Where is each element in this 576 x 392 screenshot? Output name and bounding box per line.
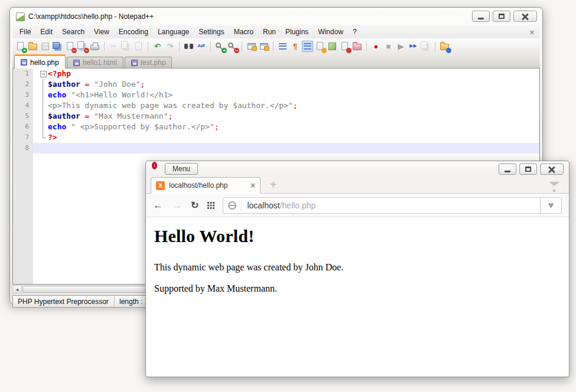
opera-menu-button[interactable]: Menu <box>165 163 198 175</box>
code-token: echo <box>48 90 66 99</box>
maximize-icon <box>525 166 531 172</box>
desktop: C:\xampp\htdocs\hello.php - Notepad++ Fi… <box>0 0 576 392</box>
code-line-7: 7?> <box>13 132 539 143</box>
playback-macro-icon[interactable]: ▶ <box>395 41 406 52</box>
scroll-left-arrow[interactable]: ◄ <box>12 285 22 293</box>
paste-icon[interactable] <box>133 41 144 52</box>
minimize-icon <box>478 18 484 19</box>
new-file-icon[interactable]: + <box>15 41 26 52</box>
word-wrap-icon[interactable] <box>277 41 288 52</box>
opera-logo-icon[interactable] <box>152 162 157 169</box>
new-tab-button[interactable]: + <box>270 178 276 191</box>
run-macro-multiple-times-icon[interactable]: ▶▶ <box>408 41 419 52</box>
document-map-icon[interactable] <box>327 41 338 52</box>
tab-menu-icon[interactable] <box>549 182 559 186</box>
menu-search[interactable]: Search <box>57 26 89 38</box>
back-button[interactable]: ← <box>153 200 163 211</box>
fold-marker <box>38 143 48 153</box>
toolbar-separator <box>148 41 148 51</box>
code-token: $author <box>48 80 80 89</box>
code-token: ; <box>214 122 219 131</box>
menu-encoding[interactable]: Encoding <box>114 26 153 38</box>
code-token: ?> <box>48 133 57 142</box>
function-completion-icon[interactable] <box>314 41 326 52</box>
editor-tab-hello.php[interactable]: hello.php <box>14 54 66 68</box>
folder-as-workspace-icon[interactable] <box>352 41 363 52</box>
menu-view[interactable]: View <box>89 26 114 38</box>
redo-icon[interactable]: ↷ <box>164 41 175 52</box>
notepad-menubar: FileEditSearchViewEncodingLanguageSettin… <box>12 25 540 38</box>
code-line-2: 2$author = "John Doe"; <box>13 79 539 90</box>
code-token: <?php <box>48 69 71 78</box>
zoom-in-icon[interactable]: + <box>214 41 226 52</box>
code-token: = <box>80 80 94 89</box>
line-number: 3 <box>13 90 33 100</box>
toolbar-separator <box>435 41 435 51</box>
forward-button[interactable]: → <box>172 200 182 211</box>
menu-help[interactable]: ? <box>348 26 362 38</box>
editor-tab-hello1.html[interactable]: hello1.html <box>67 57 123 68</box>
browser-page-content: Hello World! This dynamic web page was c… <box>146 217 569 376</box>
editor-tab-test.php[interactable]: test.php <box>125 57 173 68</box>
menu-plugins[interactable]: Plugins <box>281 26 313 38</box>
saved-state-icon <box>21 59 27 66</box>
menu-file[interactable]: File <box>15 26 35 38</box>
status-language: PHP Hypertext Preprocessor <box>13 296 115 307</box>
save-all-icon[interactable] <box>52 41 63 52</box>
sync-vertical-scrolling-icon[interactable] <box>246 41 257 52</box>
maximize-button[interactable] <box>493 11 510 22</box>
minimize-button[interactable] <box>499 164 516 175</box>
bookmark-heart-icon[interactable]: ♥ <box>540 198 561 213</box>
toolbar-separator <box>273 41 274 51</box>
undo-icon[interactable]: ↶ <box>152 41 163 52</box>
menu-run[interactable]: Run <box>258 26 281 38</box>
edit-popup-icon[interactable] <box>339 41 350 52</box>
fold-toggle-icon[interactable] <box>38 68 48 79</box>
minimize-button[interactable] <box>472 11 490 22</box>
notepad-app-icon <box>16 12 25 21</box>
line-number: 2 <box>13 79 33 90</box>
menu-macro[interactable]: Macro <box>229 26 258 38</box>
show-all-characters-icon[interactable]: ¶ <box>289 41 301 52</box>
replace-icon[interactable]: A⇄ <box>196 41 207 52</box>
tab-label: hello1.html <box>83 58 117 67</box>
cut-icon[interactable]: ✂ <box>108 41 119 52</box>
menu-language[interactable]: Language <box>153 26 194 38</box>
stop-recording-icon[interactable]: ■ <box>383 41 394 52</box>
opera-menu-label: Menu <box>173 165 190 173</box>
print-icon[interactable] <box>89 41 100 52</box>
save-recorded-macro-icon[interactable] <box>420 41 431 52</box>
copy-icon[interactable] <box>121 41 132 52</box>
speed-dial-icon[interactable] <box>207 202 214 209</box>
xampp-favicon: X <box>156 181 165 190</box>
reload-button[interactable]: ↻ <box>191 200 198 211</box>
close-button[interactable] <box>513 11 537 22</box>
zoom-out-icon[interactable]: − <box>227 41 238 52</box>
open-file-icon[interactable] <box>27 41 38 52</box>
find-icon[interactable] <box>183 41 194 52</box>
browser-tab-localhost[interactable]: X localhost/hello.php × <box>151 177 261 194</box>
show-indent-guide-icon[interactable] <box>302 41 313 52</box>
code-token: "John Doe" <box>94 80 140 89</box>
saved-state-icon <box>131 60 138 66</box>
tab-close-icon[interactable]: × <box>250 181 255 190</box>
notepad-titlebar[interactable]: C:\xampp\htdocs\hello.php - Notepad++ <box>12 8 540 25</box>
menu-edit[interactable]: Edit <box>35 26 57 38</box>
document-monitoring-icon[interactable] <box>439 41 450 52</box>
code-token <box>66 90 71 99</box>
opera-titlebar[interactable]: Menu <box>146 161 569 177</box>
close-file-icon[interactable]: − <box>64 41 76 52</box>
close-button[interactable] <box>540 164 564 175</box>
page-paragraph: This dynamic web page was created by Joh… <box>154 262 559 273</box>
close-all-icon[interactable]: − <box>77 41 88 52</box>
maximize-button[interactable] <box>519 164 537 175</box>
menubar-close-icon[interactable]: × <box>529 28 534 37</box>
toolbar-separator <box>366 41 367 51</box>
menu-settings[interactable]: Settings <box>194 26 229 38</box>
sync-horizontal-scrolling-icon[interactable] <box>258 41 269 52</box>
line-number: 8 <box>13 143 33 153</box>
save-file-icon[interactable] <box>40 41 51 52</box>
address-bar[interactable]: localhost /hello.php ♥ <box>223 197 562 214</box>
menu-window[interactable]: Window <box>313 26 348 38</box>
start-recording-icon[interactable]: ● <box>370 41 382 52</box>
